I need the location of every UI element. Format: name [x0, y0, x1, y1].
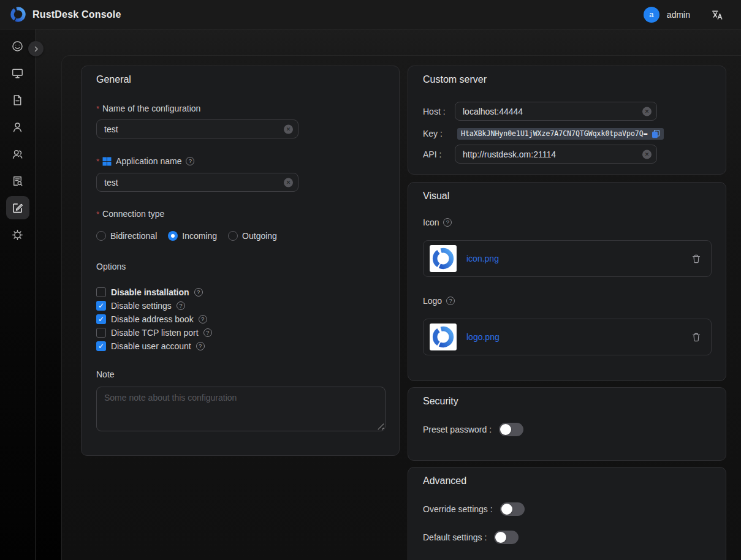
- default-settings-toggle[interactable]: [494, 531, 519, 544]
- required-asterisk: *: [96, 209, 99, 220]
- help-icon[interactable]: [443, 218, 452, 227]
- checkbox-icon: [96, 301, 106, 311]
- windows-icon: [102, 157, 112, 166]
- smiley-icon: [11, 40, 24, 53]
- help-icon[interactable]: [199, 315, 207, 324]
- connection-type-label: * Connection type: [96, 208, 164, 219]
- api-input[interactable]: [455, 145, 657, 164]
- host-field-wrap: ✕: [455, 102, 657, 121]
- help-icon[interactable]: [196, 342, 205, 350]
- checkbox-icon: [96, 341, 106, 351]
- api-label: API :: [423, 149, 455, 159]
- user-icon: [11, 121, 24, 134]
- clear-icon[interactable]: ✕: [642, 107, 652, 116]
- advanced-card-title: Advanced: [423, 476, 466, 486]
- sidebar-item-custom-clients[interactable]: [6, 196, 29, 219]
- trash-icon[interactable]: [691, 254, 701, 264]
- monitor-icon: [11, 67, 24, 80]
- api-field-wrap: ✕: [455, 145, 657, 164]
- trash-icon[interactable]: [691, 332, 701, 342]
- default-settings-label: Default settings :: [423, 532, 487, 542]
- option-disable-address-book[interactable]: Disable address book: [96, 314, 207, 324]
- option-disable-settings[interactable]: Disable settings: [96, 301, 185, 311]
- sidebar-item-devices[interactable]: [6, 61, 29, 85]
- security-card: Security Preset password :: [408, 387, 726, 461]
- radio-incoming[interactable]: Incoming: [168, 231, 217, 241]
- logo-file-thumbnail: [430, 324, 457, 350]
- application-name-label: * Application name: [96, 156, 194, 167]
- note-textarea-wrap: [96, 387, 386, 431]
- icon-file-link[interactable]: icon.png: [466, 254, 499, 263]
- header-right: a admin: [644, 7, 731, 23]
- sidebar-item-home[interactable]: [6, 34, 29, 58]
- help-icon[interactable]: [177, 301, 185, 310]
- option-disable-user-account[interactable]: Disable user account: [96, 341, 205, 351]
- gear-icon: [11, 229, 24, 241]
- translate-icon[interactable]: [711, 9, 723, 20]
- checkbox-icon: [96, 287, 106, 297]
- note-label: Note: [96, 369, 115, 380]
- rustdesk-logo-icon: [10, 6, 26, 23]
- radio-bidirectional[interactable]: Bidirectional: [96, 231, 157, 241]
- logo-file-link[interactable]: logo.png: [466, 332, 500, 342]
- custom-server-card: Custom server Host : ✕ Key : HtaXBkJNHyn…: [408, 66, 726, 175]
- preset-password-row: Preset password :: [423, 423, 523, 436]
- required-asterisk: *: [96, 156, 99, 167]
- host-label: Host :: [423, 107, 455, 116]
- visual-card: Visual Icon icon.png Logo: [408, 182, 726, 381]
- logo-upload-label: Logo: [423, 295, 455, 306]
- preset-password-label: Preset password :: [423, 425, 492, 434]
- options-label: Options: [96, 261, 126, 272]
- rustdesk-console-app: RustDesk Console a admin: [0, 0, 741, 560]
- host-row: Host : ✕: [423, 102, 711, 121]
- chevron-right-icon: [32, 45, 40, 53]
- required-asterisk: *: [96, 104, 99, 115]
- clear-icon[interactable]: ✕: [284, 124, 293, 134]
- key-value: HtaXBkJNHyn0e1U1jWXze7A7CN7QTGWqxk0tpaVp…: [461, 129, 648, 138]
- application-name-field-wrap: ✕: [96, 173, 298, 192]
- option-disable-installation[interactable]: Disable installation: [96, 287, 203, 297]
- key-row: Key : HtaXBkJNHyn0e1U1jWXze7A7CN7QTGWqxk…: [423, 127, 711, 140]
- sidebar-item-groups[interactable]: [6, 142, 29, 165]
- logo-file-row: logo.png: [423, 319, 712, 355]
- connection-type-radio-group: Bidirectional Incoming Outgoing: [96, 231, 277, 241]
- override-settings-toggle[interactable]: [500, 502, 525, 516]
- note-textarea[interactable]: [97, 387, 385, 431]
- host-input[interactable]: [455, 102, 657, 121]
- config-name-input[interactable]: [96, 119, 298, 138]
- user-name[interactable]: admin: [667, 10, 690, 20]
- security-card-title: Security: [423, 396, 458, 406]
- preset-password-toggle[interactable]: [499, 423, 523, 436]
- help-icon[interactable]: [194, 288, 203, 297]
- user-group-icon: [11, 148, 24, 161]
- sidebar-expand-button[interactable]: [28, 41, 44, 56]
- config-name-label: * Name of the configuration: [96, 103, 200, 114]
- visual-card-title: Visual: [423, 191, 449, 201]
- clear-icon[interactable]: ✕: [284, 178, 293, 187]
- checkbox-icon: [96, 314, 106, 324]
- sidebar-item-settings[interactable]: [6, 223, 29, 246]
- option-disable-tcp-listen-port[interactable]: Disable TCP listen port: [96, 328, 212, 338]
- key-label: Key :: [423, 129, 455, 138]
- user-avatar[interactable]: a: [644, 7, 659, 23]
- clear-icon[interactable]: ✕: [642, 149, 652, 159]
- radio-outgoing[interactable]: Outgoing: [228, 231, 277, 241]
- application-name-input[interactable]: [96, 173, 298, 192]
- default-settings-row: Default settings :: [423, 531, 519, 544]
- sidebar-item-audit[interactable]: [6, 169, 29, 192]
- copy-icon[interactable]: [652, 129, 660, 138]
- sidebar-item-users[interactable]: [6, 115, 29, 138]
- help-icon[interactable]: [203, 328, 212, 337]
- icon-file-row: icon.png: [423, 240, 712, 277]
- override-settings-row: Override settings :: [423, 502, 525, 516]
- key-value-box: HtaXBkJNHyn0e1U1jWXze7A7CN7QTGWqxk0tpaVp…: [457, 128, 664, 140]
- help-icon[interactable]: [446, 297, 455, 305]
- help-icon[interactable]: [186, 157, 194, 165]
- advanced-card: Advanced Override settings : Default set…: [408, 467, 726, 560]
- sidebar-item-documents[interactable]: [6, 88, 29, 112]
- custom-server-card-title: Custom server: [423, 75, 487, 85]
- radio-circle-icon: [96, 231, 106, 241]
- audit-log-icon: [11, 175, 24, 187]
- app-header: RustDesk Console a admin: [0, 0, 741, 29]
- document-icon: [11, 94, 24, 107]
